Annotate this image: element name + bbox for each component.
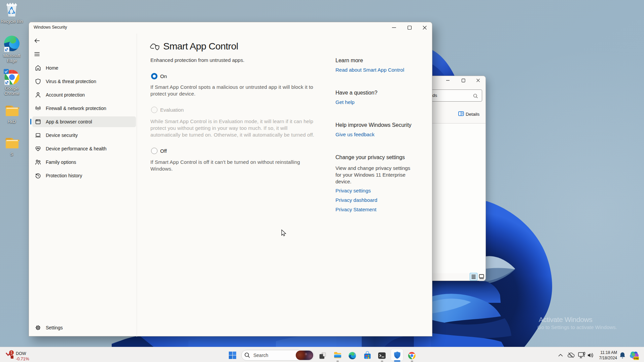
svg-text:1: 1 <box>10 351 12 354</box>
svg-text:PRE: PRE <box>634 357 639 360</box>
